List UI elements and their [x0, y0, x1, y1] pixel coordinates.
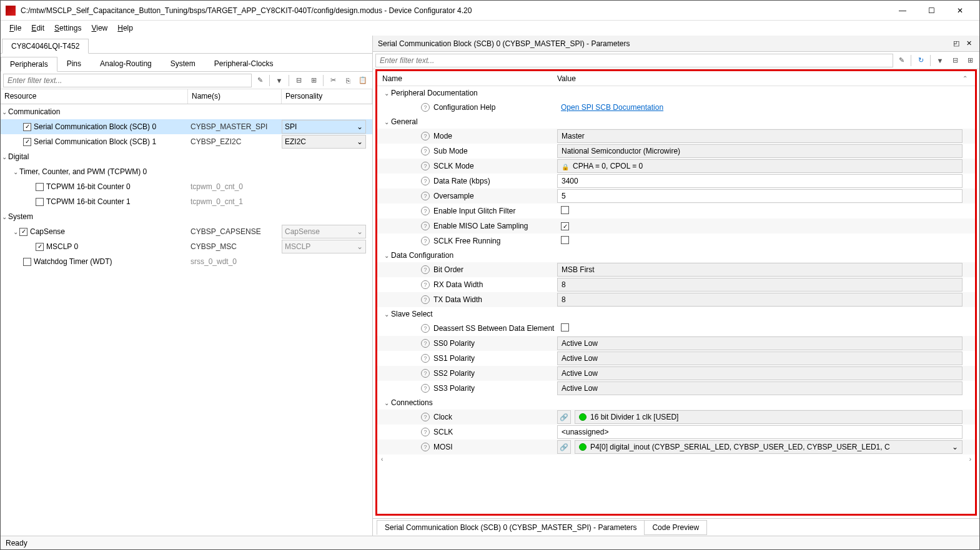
checkbox-cnt1[interactable] [36, 198, 44, 206]
minimize-button[interactable]: — [888, 1, 917, 21]
menu-file[interactable]: File [6, 22, 25, 34]
checkbox-cnt0[interactable] [36, 183, 44, 191]
help-icon[interactable]: ? [421, 295, 430, 304]
personality-capsense[interactable]: CapSense⌄ [282, 225, 366, 238]
freerun-checkbox[interactable] [561, 236, 569, 244]
help-icon[interactable]: ? [421, 207, 430, 215]
section-slave[interactable]: ⌄Slave Select [377, 307, 975, 321]
help-icon[interactable]: ? [421, 222, 430, 230]
clock-link-icon[interactable]: 🔗 [557, 410, 571, 424]
bottom-tab-code[interactable]: Code Preview [644, 520, 707, 535]
help-icon[interactable]: ? [421, 384, 430, 393]
scroll-up-icon[interactable]: ⌃ [960, 75, 970, 82]
close-button[interactable]: ✕ [946, 1, 974, 21]
section-datacfg[interactable]: ⌄Data Configuration [377, 248, 975, 262]
checkbox-capsense[interactable] [19, 228, 27, 236]
personality-msclp[interactable]: MSCLP⌄ [282, 240, 366, 253]
name-wdt[interactable]: srss_0_wdt_0 [188, 257, 282, 266]
menu-settings[interactable]: Settings [51, 22, 85, 34]
checkbox-msclp[interactable] [36, 243, 44, 251]
help-icon[interactable]: ? [421, 354, 430, 363]
tree-group-system[interactable]: ⌄System [1, 209, 372, 224]
personality-scb0[interactable]: SPI⌄ [282, 120, 366, 134]
tree-group-digital[interactable]: ⌄Digital [1, 149, 372, 164]
tree-item-cnt1[interactable]: TCPWM 16-bit Counter 1 tcpwm_0_cnt_1 [1, 194, 372, 209]
help-icon[interactable]: ? [421, 324, 430, 333]
tree-item-scb0[interactable]: Serial Communication Block (SCB) 0 CYBSP… [1, 119, 372, 134]
tree-item-scb1[interactable]: Serial Communication Block (SCB) 1 CYBSP… [1, 134, 372, 149]
checkbox-scb0[interactable] [23, 123, 31, 131]
param-body[interactable]: ⌄Peripheral Documentation ?Configuration… [377, 86, 975, 514]
sclk-select[interactable]: <unassigned> [557, 425, 963, 439]
section-general[interactable]: ⌄General [377, 115, 975, 129]
param-collapse-icon[interactable]: ⊟ [948, 54, 962, 67]
help-icon[interactable]: ? [421, 147, 430, 155]
submode-select[interactable]: National Semiconductor (Microwire) [557, 144, 963, 158]
panel-undock-icon[interactable]: ◰ [951, 38, 962, 49]
doc-link[interactable]: Open SPI SCB Documentation [557, 103, 663, 112]
expand-icon[interactable]: ⊞ [307, 74, 320, 87]
datarate-input[interactable]: 3400 [557, 174, 963, 188]
filter-input[interactable] [3, 74, 252, 87]
help-icon[interactable]: ? [421, 369, 430, 378]
name-cnt1[interactable]: tcpwm_0_cnt_1 [188, 197, 282, 206]
help-icon[interactable]: ? [421, 162, 430, 170]
tab-pins[interactable]: Pins [57, 56, 91, 71]
miso-checkbox[interactable] [561, 222, 569, 230]
bitorder-select[interactable]: MSB First [557, 263, 963, 277]
tree-item-capsense[interactable]: ⌄CapSense CYBSP_CAPSENSE CapSense⌄ [1, 224, 372, 239]
name-scb0[interactable]: CYBSP_MASTER_SPI [188, 122, 282, 131]
menu-help[interactable]: Help [114, 22, 137, 34]
help-icon[interactable]: ? [421, 443, 430, 451]
section-connections[interactable]: ⌄Connections [377, 396, 975, 410]
ss0-select[interactable]: Active Low [557, 336, 963, 350]
help-icon[interactable]: ? [421, 103, 430, 112]
mode-select[interactable]: Master [557, 129, 963, 143]
ss2-select[interactable]: Active Low [557, 366, 963, 380]
ss3-select[interactable]: Active Low [557, 381, 963, 395]
help-icon[interactable]: ? [421, 280, 430, 289]
tab-clocks[interactable]: Peripheral-Clocks [205, 56, 283, 71]
section-doc[interactable]: ⌄Peripheral Documentation [377, 86, 975, 100]
param-filter-input[interactable] [375, 54, 893, 67]
tab-peripherals[interactable]: Peripherals [1, 57, 57, 72]
glitch-checkbox[interactable] [561, 206, 569, 214]
help-icon[interactable]: ? [421, 132, 430, 140]
menu-edit[interactable]: Edit [27, 22, 48, 34]
cut-icon[interactable]: ✂ [326, 74, 340, 87]
tab-system[interactable]: System [161, 56, 205, 71]
filter-icon[interactable]: ▼ [272, 74, 286, 87]
copy-icon[interactable]: ⎘ [341, 74, 355, 87]
personality-scb1[interactable]: EZI2C⌄ [282, 135, 366, 149]
bottom-tab-params[interactable]: Serial Communication Block (SCB) 0 (CYBS… [377, 520, 645, 535]
tree-item-msclp[interactable]: MSCLP 0 CYBSP_MSC MSCLP⌄ [1, 239, 372, 254]
help-icon[interactable]: ? [421, 265, 430, 274]
rxwidth-select[interactable]: 8 [557, 278, 963, 292]
help-icon[interactable]: ? [421, 192, 430, 200]
mosi-link-icon[interactable]: 🔗 [557, 440, 571, 454]
help-icon[interactable]: ? [421, 177, 430, 185]
tree-item-cnt0[interactable]: TCPWM 16-bit Counter 0 tcpwm_0_cnt_0 [1, 179, 372, 194]
name-scb1[interactable]: CYBSP_EZI2C [188, 137, 282, 146]
tree-group-tcpwm[interactable]: ⌄Timer, Counter, and PWM (TCPWM) 0 [1, 164, 372, 179]
hscroll-right-icon[interactable]: › [969, 456, 971, 463]
name-msclp[interactable]: CYBSP_MSC [188, 242, 282, 251]
param-filter-icon[interactable]: ▼ [933, 54, 947, 67]
help-icon[interactable]: ? [421, 237, 430, 245]
txwidth-select[interactable]: 8 [557, 293, 963, 307]
ss1-select[interactable]: Active Low [557, 351, 963, 365]
mosi-select[interactable]: P4[0] digital_inout (CYBSP_SERIAL_LED, C… [575, 440, 963, 454]
collapse-icon[interactable]: ⊟ [292, 74, 305, 87]
tree-group-communication[interactable]: ⌄Communication [1, 104, 372, 119]
clock-select[interactable]: 16 bit Divider 1 clk [USED] [575, 410, 963, 424]
help-icon[interactable]: ? [421, 428, 430, 436]
clear-param-filter-icon[interactable]: ✎ [894, 54, 908, 67]
param-expand-icon[interactable]: ⊞ [963, 54, 977, 67]
device-tab[interactable]: CY8C4046LQI-T452 [2, 39, 89, 54]
paste-icon[interactable]: 📋 [356, 74, 370, 87]
help-icon[interactable]: ? [421, 413, 430, 421]
checkbox-wdt[interactable] [23, 258, 31, 266]
tree-item-wdt[interactable]: Watchdog Timer (WDT) srss_0_wdt_0 [1, 254, 372, 269]
deassert-checkbox[interactable] [561, 323, 569, 331]
refresh-icon[interactable]: ↻ [914, 54, 928, 67]
